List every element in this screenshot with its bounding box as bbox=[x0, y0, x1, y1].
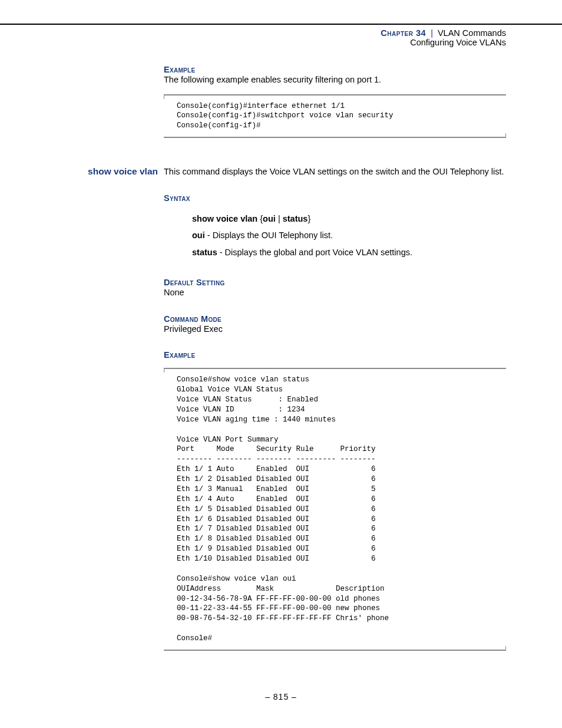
header-separator: | bbox=[428, 28, 435, 38]
code-block-2: Console#show voice vlan status Global Vo… bbox=[164, 368, 506, 651]
syntax-def-status: status - Displays the global and port Vo… bbox=[192, 246, 506, 259]
syntax-opt-status: status bbox=[283, 214, 308, 223]
syntax-opt-oui: oui bbox=[263, 214, 276, 223]
command-intro: This command displays the Voice VLAN set… bbox=[164, 166, 506, 178]
syntax-pipe: | bbox=[278, 214, 280, 223]
syntax-line: show voice vlan {oui | status} bbox=[192, 212, 506, 225]
example-heading-2: Example bbox=[164, 350, 506, 360]
example-heading-1: Example bbox=[164, 65, 506, 74]
default-setting-value: None bbox=[164, 287, 506, 299]
command-mode-value: Privileged Exec bbox=[164, 324, 506, 335]
syntax-def-oui-text: - Displays the OUI Telephony list. bbox=[205, 230, 333, 240]
syntax-def-oui-bold: oui bbox=[192, 230, 205, 240]
page-footer: – 815 – bbox=[0, 651, 562, 713]
code-content-1: Console(config)#interface ethernet 1/1 C… bbox=[177, 101, 506, 131]
page-header: Chapter 34 | VLAN Commands Configuring V… bbox=[0, 25, 562, 47]
code-block-1: Console(config)#interface ethernet 1/1 C… bbox=[164, 94, 506, 139]
syntax-def-oui: oui - Displays the OUI Telephony list. bbox=[192, 229, 506, 242]
syntax-def-status-text: - Displays the global and port Voice VLA… bbox=[217, 248, 412, 257]
chapter-number: Chapter 34 bbox=[381, 28, 426, 38]
brace-close: } bbox=[308, 214, 310, 223]
syntax-def-status-bold: status bbox=[192, 248, 217, 257]
command-side-label: show voice vlan bbox=[65, 166, 158, 177]
command-mode-heading: Command Mode bbox=[164, 314, 506, 324]
header-subtitle: Configuring Voice VLANs bbox=[0, 38, 506, 47]
code-content-2: Console#show voice vlan status Global Vo… bbox=[177, 375, 506, 644]
syntax-heading: Syntax bbox=[164, 193, 506, 203]
chapter-title: VLAN Commands bbox=[438, 28, 506, 38]
example-text-1: The following example enables security f… bbox=[164, 74, 506, 86]
syntax-cmd: show voice vlan bbox=[192, 214, 257, 223]
default-setting-heading: Default Setting bbox=[164, 278, 506, 287]
